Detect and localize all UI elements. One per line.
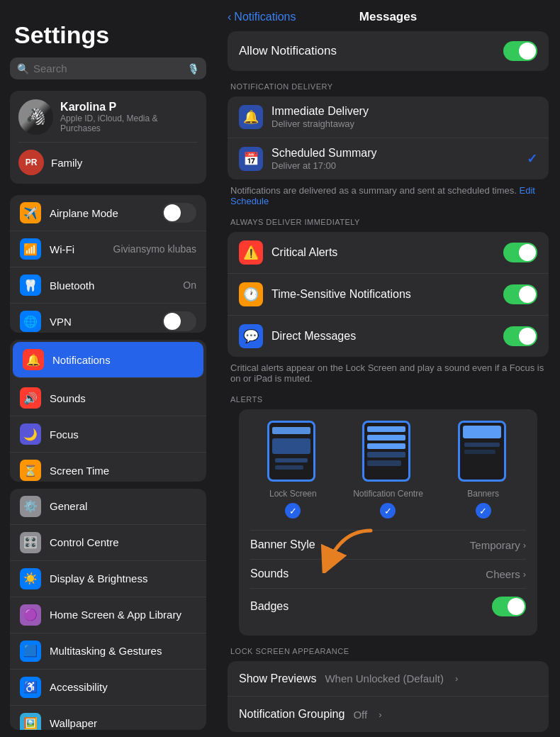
wifi-label: Wi-Fi	[50, 243, 105, 255]
sidebar-item-homescreen[interactable]: 🟣 Home Screen & App Library	[10, 597, 206, 633]
bluetooth-label: Bluetooth	[50, 279, 174, 292]
search-bar[interactable]: 🔍 🎙️	[10, 57, 206, 79]
homescreen-label: Home Screen & App Library	[50, 609, 196, 621]
badges-item[interactable]: Badges	[250, 589, 526, 624]
sidebar-item-displaybrightness[interactable]: ☀️ Display & Brightness	[10, 561, 206, 597]
notifcentre-device[interactable]: Notification Centre ✓	[353, 421, 423, 519]
alerts-card: Lock Screen ✓ Notification Cen	[239, 409, 537, 636]
wifi-value: Giviansymo klubas	[113, 243, 197, 255]
sidebar-item-multitasking[interactable]: 🟦 Multitasking & Gestures	[10, 633, 206, 670]
notif-grouping-value: Off	[353, 709, 367, 721]
allow-notifications-toggle[interactable]	[503, 41, 537, 61]
sidebar-item-focus[interactable]: 🌙 Focus	[10, 416, 206, 453]
general-icon: ⚙️	[20, 496, 41, 517]
mic-icon: 🎙️	[187, 63, 199, 74]
sounds-chevron: ›	[523, 569, 526, 580]
direct-messages-toggle[interactable]	[503, 326, 537, 346]
scheduled-delivery-icon: 📅	[239, 147, 263, 171]
nav-header: ‹ Notifications Messages	[216, 0, 560, 31]
scheduled-delivery-text: Scheduled Summary Deliver at 17:00	[271, 147, 518, 171]
sidebar-item-wallpaper[interactable]: 🖼️ Wallpaper	[10, 706, 206, 730]
airplane-label: Airplane Mode	[50, 207, 154, 219]
banners-img	[458, 421, 509, 484]
banners-label: Banners	[467, 489, 499, 499]
search-input[interactable]	[33, 62, 183, 74]
controlcentre-label: Control Centre	[50, 536, 196, 548]
badges-toggle[interactable]	[492, 597, 526, 616]
banners-frame	[458, 421, 506, 482]
app-title: Settings	[0, 14, 216, 57]
lockscreen-device[interactable]: Lock Screen ✓	[267, 421, 318, 519]
sidebar-item-controlcentre[interactable]: 🎛️ Control Centre	[10, 525, 206, 561]
alerts-section-label: ALERTS	[228, 395, 549, 404]
immediate-delivery-icon: 🔔	[239, 105, 263, 129]
delivery-scheduled[interactable]: 📅 Scheduled Summary Deliver at 17:00 ✓	[228, 138, 549, 179]
banner-style-item[interactable]: Banner Style Temporary ›	[250, 531, 526, 560]
profile-subtitle: Apple ID, iCloud, Media & Purchases	[60, 113, 198, 133]
general-label: General	[50, 500, 196, 512]
vpn-toggle[interactable]	[162, 311, 196, 331]
badges-label: Badges	[250, 600, 492, 613]
always-deliver-card: ⚠️ Critical Alerts 🕐 Time-Sensitive Noti…	[228, 232, 549, 357]
lock-screen-card: Show Previews When Unlocked (Default) › …	[228, 661, 549, 732]
sidebar-item-vpn[interactable]: 🌐 VPN	[10, 304, 206, 333]
sidebar-item-notifications[interactable]: 🔔 Notifications	[13, 342, 203, 378]
sidebar-item-sounds[interactable]: 🔊 Sounds	[10, 380, 206, 416]
multitasking-label: Multitasking & Gestures	[50, 645, 196, 657]
wifi-icon: 📶	[20, 238, 41, 260]
banners-check: ✓	[476, 503, 491, 519]
critical-alerts-label: Critical Alerts	[271, 246, 337, 259]
sidebar-item-airplane[interactable]: ✈️ Airplane Mode	[10, 195, 206, 231]
nav-back-button[interactable]: ‹ Notifications	[228, 11, 296, 23]
show-previews-chevron: ›	[455, 673, 458, 684]
multitasking-icon: 🟦	[20, 641, 41, 662]
vpn-label: VPN	[50, 316, 154, 328]
accessibility-label: Accessibility	[50, 681, 196, 693]
edit-schedule-link[interactable]: Edit Schedule	[230, 185, 535, 206]
focus-label: Focus	[50, 428, 196, 440]
sounds-icon: 🔊	[20, 387, 41, 409]
sidebar-item-bluetooth[interactable]: 🦷 Bluetooth On	[10, 267, 206, 304]
back-chevron-icon: ‹	[228, 11, 231, 23]
sounds-item[interactable]: Sounds Cheers ›	[250, 560, 526, 589]
critical-alerts-toggle[interactable]	[503, 243, 537, 262]
sidebar-item-wifi[interactable]: 📶 Wi-Fi Giviansymo klubas	[10, 231, 206, 267]
notifications-label: Notifications	[52, 354, 194, 366]
screentime-icon: ⏳	[20, 460, 41, 481]
airplane-toggle[interactable]	[162, 203, 196, 223]
lockscreen-label: Lock Screen	[269, 489, 317, 499]
show-previews-item[interactable]: Show Previews When Unlocked (Default) ›	[228, 661, 549, 697]
profile-section[interactable]: 🦓 Karolina P Apple ID, iCloud, Media & P…	[10, 91, 206, 184]
direct-messages-item[interactable]: 💬 Direct Messages	[228, 316, 549, 357]
notif-grouping-item[interactable]: Notification Grouping Off ›	[228, 697, 549, 732]
sounds-sub-value: Cheers	[486, 568, 520, 580]
banners-device[interactable]: Banners ✓	[458, 421, 509, 519]
timesensitive-toggle[interactable]	[503, 284, 537, 304]
immediate-delivery-text: Immediate Delivery Deliver straightaway	[271, 105, 537, 129]
sidebar-item-screentime[interactable]: ⏳ Screen Time	[10, 453, 206, 482]
timesensitive-item[interactable]: 🕐 Time-Sensitive Notifications	[228, 274, 549, 316]
scheduled-delivery-sub: Deliver at 17:00	[271, 160, 518, 171]
notification-delivery-section: NOTIFICATION DELIVERY 🔔 Immediate Delive…	[228, 82, 549, 179]
alerts-section: ALERTS	[228, 395, 549, 636]
delivery-immediate[interactable]: 🔔 Immediate Delivery Deliver straightawa…	[228, 96, 549, 138]
bluetooth-icon: 🦷	[20, 275, 41, 296]
sidebar-item-general[interactable]: ⚙️ General	[10, 489, 206, 525]
sidebar: Settings 🔍 🎙️ 🦓 Karolina P Apple ID, iCl…	[0, 0, 216, 737]
immediate-delivery-title: Immediate Delivery	[271, 105, 537, 118]
lock-screen-label: LOCK SCREEN APPEARANCE	[228, 647, 549, 655]
bluetooth-value: On	[183, 279, 196, 291]
accessibility-icon: ♿	[20, 677, 41, 698]
profile-user[interactable]: 🦓 Karolina P Apple ID, iCloud, Media & P…	[18, 99, 198, 135]
family-row[interactable]: PR Family	[18, 142, 198, 175]
lockscreen-frame	[267, 421, 315, 482]
notification-delivery-label: NOTIFICATION DELIVERY	[228, 82, 549, 91]
sounds-sub-label: Sounds	[250, 567, 486, 580]
displaybrightness-icon: ☀️	[20, 568, 41, 589]
delivery-info-text: Notifications are delivered as a summary…	[228, 185, 549, 206]
notifications-group: 🔔 Notifications 🔊 Sounds 🌙 Focus ⏳ Scree…	[10, 340, 206, 482]
device-icons-row: Lock Screen ✓ Notification Cen	[250, 421, 526, 519]
delivery-options-card: 🔔 Immediate Delivery Deliver straightawa…	[228, 96, 549, 179]
sidebar-item-accessibility[interactable]: ♿ Accessibility	[10, 670, 206, 706]
critical-alerts-item[interactable]: ⚠️ Critical Alerts	[228, 232, 549, 274]
